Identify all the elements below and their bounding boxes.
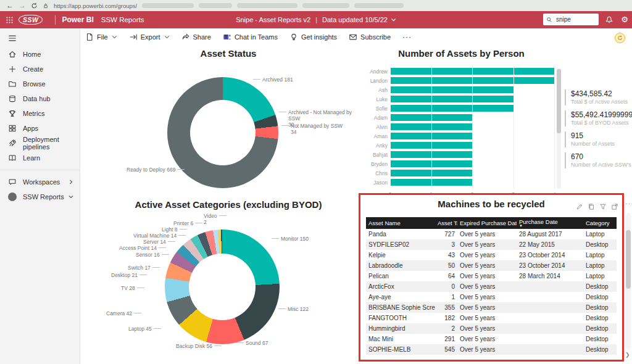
table-row[interactable]: SYDFILESP023Over 5 years22 May 2015Deskt… — [366, 239, 617, 250]
ssw-logo[interactable]: SSW — [19, 15, 43, 25]
bar-ash[interactable] — [391, 86, 514, 93]
bar-row: Ash — [361, 85, 562, 94]
toolbar-button-get-insights[interactable]: Get insights — [289, 33, 337, 41]
report-title-bar: Snipe - Asset Reports v2 | Data updated … — [236, 11, 396, 28]
chevron-down-icon[interactable] — [391, 17, 396, 22]
table-row[interactable]: Labradoodle50Over 5 years23 October 2014… — [366, 260, 617, 271]
hamburger-menu-icon[interactable] — [0, 32, 80, 47]
report-title[interactable]: Snipe - Asset Reports v2 — [236, 16, 310, 23]
url-text[interactable]: https://app.powerbi.com/groups/ — [54, 2, 137, 9]
sidebar-item-deployment-pipelines[interactable]: Deployment pipelines — [0, 136, 80, 151]
bar-chris[interactable] — [391, 170, 473, 176]
toolbar-more-options[interactable]: ··· — [402, 33, 412, 41]
sidebar-item-home[interactable]: Home — [0, 47, 80, 62]
refresh-visual-badge[interactable] — [615, 33, 625, 43]
bar-category-label: Bahjat — [361, 152, 391, 158]
sidebar-item-workspaces[interactable]: Workspaces — [0, 175, 80, 189]
toolbar-button-subscribe[interactable]: Subscribe — [349, 33, 391, 41]
metrics-icon — [8, 109, 17, 118]
bar-luke[interactable] — [391, 96, 514, 102]
column-header[interactable]: Asset Tag — [435, 220, 457, 226]
bar-alvin[interactable] — [391, 123, 473, 130]
scrollbar-thumb[interactable] — [626, 230, 631, 289]
scrollbar-thumb[interactable] — [557, 69, 561, 133]
table-row[interactable]: Kelpie43Over 5 years23 October 2014Lapto… — [366, 250, 617, 260]
table-row[interactable]: Aye-aye1Over 5 yearsDesktop — [366, 292, 617, 302]
donut-plot[interactable] — [167, 77, 278, 188]
table-cell: Pelican — [366, 273, 435, 279]
column-header[interactable]: Asset Name — [366, 220, 435, 226]
more-options-icon[interactable]: ··· — [625, 200, 632, 207]
edit-pencil-icon[interactable] — [576, 203, 583, 210]
sidebar-item-metrics[interactable]: Metrics — [0, 106, 80, 121]
bar-andrew[interactable] — [391, 68, 555, 75]
toolbar-button-file[interactable]: File — [85, 33, 117, 41]
browser-forward-icon[interactable]: → — [19, 0, 26, 11]
sidebar-item-browse[interactable]: Browse — [0, 77, 80, 91]
powerbi-header: SSW Power BI SSW Reports Snipe - Asset R… — [0, 11, 632, 28]
pie-slice-label: Sensor 16 — [136, 252, 160, 258]
column-header[interactable]: Expired Purchase Date? — [457, 220, 517, 226]
toolbar-button-chat-in-teams[interactable]: TChat in Teams — [223, 33, 278, 41]
notifications-bell-icon[interactable] — [605, 15, 613, 24]
table-row[interactable]: SOPHIE-MELB545Over 5 yearsDesktop — [366, 344, 617, 355]
redacted-url-segment — [354, 3, 404, 8]
browser-back-icon[interactable]: ← — [6, 0, 14, 11]
table-row[interactable]: FANGTOOTH182Over 5 yearsDesktop — [366, 313, 617, 323]
bar-anky[interactable] — [391, 142, 473, 149]
bar-bahjat[interactable] — [391, 151, 473, 158]
browser-address-bar: ← → https://app.powerbi.com/groups/ — [0, 0, 632, 11]
table-cell: Over 5 years — [457, 283, 517, 290]
sidebar-item-data-hub[interactable]: Data hub — [0, 91, 80, 106]
visual-header-icons — [576, 203, 618, 210]
table-cell: 1 — [435, 294, 457, 300]
bar-sofie[interactable] — [391, 105, 514, 112]
sidebar-item-label: Home — [23, 51, 41, 58]
kpi-value: $434,585.42 — [571, 89, 631, 99]
pie-slice-label: TV 28 — [121, 285, 135, 291]
browser-refresh-icon[interactable] — [31, 2, 38, 9]
table-row[interactable]: BRISBANE Sophie Screen355Over 5 yearsDes… — [366, 302, 617, 313]
table-scrollbar[interactable] — [626, 213, 631, 350]
table-row[interactable]: Pelican64Over 5 years28 March 2014Laptop — [366, 271, 617, 281]
table-row[interactable]: Mac Mini291Over 5 yearsDesktop — [366, 334, 617, 344]
bar-bryden[interactable] — [391, 160, 473, 167]
copy-icon[interactable] — [588, 203, 595, 210]
bulb-icon — [289, 33, 298, 41]
data-updated-label[interactable]: Data updated 10/5/22 — [322, 16, 388, 23]
toolbar-button-share[interactable]: Share — [181, 33, 211, 41]
table-cell: Desktop — [583, 325, 617, 332]
toolbar-button-export[interactable]: Export — [129, 33, 170, 41]
workspace-breadcrumb[interactable]: SSW Reports — [101, 16, 144, 23]
focus-mode-icon[interactable] — [611, 203, 618, 210]
home-icon — [8, 50, 17, 59]
bar-row: Alvin — [361, 122, 562, 131]
sidebar-item-apps[interactable]: Apps — [0, 121, 80, 136]
search-input[interactable] — [555, 15, 593, 23]
sidebar-item-learn[interactable]: Learn — [0, 151, 80, 165]
column-header[interactable]: Category — [583, 220, 617, 226]
table-row[interactable]: Hummingbird2Over 5 yearsDesktop — [366, 323, 617, 334]
filter-funnel-icon[interactable] — [599, 203, 607, 210]
powerbi-home-link[interactable]: Power BI — [62, 15, 93, 24]
column-header[interactable]: Purchase Date▼ — [517, 219, 583, 228]
settings-gear-icon[interactable]: ⚙ — [621, 14, 628, 25]
bar-chart-scrollbar[interactable] — [557, 68, 561, 189]
bar-aman[interactable] — [391, 133, 473, 139]
table-row[interactable]: ArcticFox0Over 5 yearsDesktop — [366, 281, 617, 292]
apps-icon — [8, 124, 17, 133]
bar-row: Landon — [361, 76, 562, 85]
table-row[interactable]: Panda727Over 5 years28 August 2017Laptop — [366, 229, 617, 239]
sidebar-item-ssw-reports[interactable]: SSW Reports — [0, 189, 80, 204]
scroll-right-chevron-icon[interactable]: ❯ — [625, 352, 630, 358]
pie-slice-label: Laptop 45 — [128, 326, 152, 332]
header-search-box[interactable] — [543, 14, 599, 25]
bar-jason[interactable] — [391, 179, 473, 186]
donut-plot[interactable] — [165, 230, 280, 344]
app-launcher-waffle-icon[interactable] — [0, 11, 19, 28]
kpi-label: Number of Active SSW's A... — [571, 162, 631, 168]
table-cell: 28 March 2014 — [517, 273, 583, 279]
bar-adam[interactable] — [391, 114, 473, 121]
bar-landon[interactable] — [391, 77, 555, 84]
sidebar-item-create[interactable]: Create — [0, 62, 80, 77]
